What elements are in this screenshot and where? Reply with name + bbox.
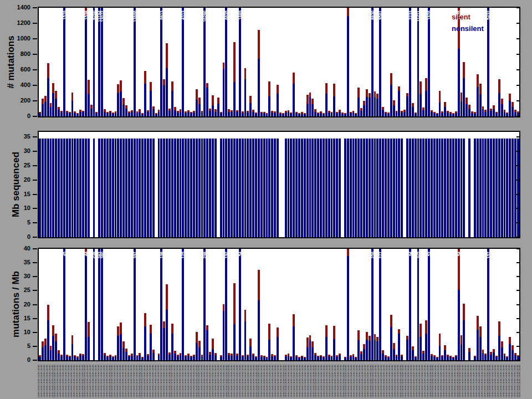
- nonsilent-segment: [431, 356, 433, 360]
- nonsilent-segment: [85, 139, 87, 237]
- y-tick-label: 15: [0, 191, 30, 197]
- sample-id-label: 18101181011810118101181011: [86, 365, 89, 398]
- bar: [293, 249, 295, 360]
- bar: 1826: [428, 8, 430, 116]
- nonsilent-segment: [58, 139, 60, 237]
- y-tick-mark-left: [33, 276, 37, 277]
- nonsilent-segment: [266, 358, 268, 360]
- bar: [163, 132, 165, 237]
- bar: [76, 249, 79, 360]
- nonsilent-segment: [88, 139, 90, 237]
- sample-id-label: 18101181011810118101181011: [313, 365, 315, 398]
- bar: [331, 249, 333, 360]
- bar: [158, 249, 160, 360]
- y-tick-label: 1000: [0, 35, 30, 42]
- bar: [484, 8, 487, 116]
- silent-segment: [198, 341, 201, 347]
- bar: [247, 8, 249, 116]
- bar: [180, 249, 182, 360]
- nonsilent-segment: [317, 114, 319, 116]
- bar: [409, 132, 411, 237]
- nonsilent-segment: [366, 139, 368, 237]
- sample-id-label: 18101181011810118101181011: [424, 365, 426, 398]
- silent-segment: [198, 98, 201, 104]
- nonsilent-segment: [263, 113, 265, 116]
- bar: [120, 249, 122, 360]
- nonsilent-segment: [147, 112, 149, 116]
- y-tick-mark-right: [516, 116, 519, 117]
- y-tick-label: 0: [0, 356, 30, 363]
- sample-id-label: 18101181011810118101181011: [116, 365, 119, 398]
- bar: [252, 8, 254, 116]
- silent-segment: [212, 339, 214, 349]
- bar: [242, 8, 244, 116]
- nonsilent-segment: [134, 8, 136, 116]
- y-tick-mark-left: [33, 332, 37, 333]
- bar: [336, 249, 338, 360]
- nonsilent-segment: [347, 16, 349, 116]
- nonsilent-segment: [487, 249, 489, 360]
- nonsilent-segment: [304, 358, 306, 360]
- bar: [271, 8, 273, 116]
- bar: [88, 249, 90, 360]
- sample-id-label: 18101181011810118101181011: [258, 365, 260, 398]
- nonsilent-segment: [134, 249, 136, 360]
- sample-id-label: 18101181011810118101181011: [514, 365, 516, 398]
- sample-id-label: 18101181011810118101181011: [236, 365, 238, 398]
- bar: [398, 132, 400, 237]
- nonsilent-segment: [347, 139, 349, 237]
- bar: [341, 249, 344, 360]
- bar: [214, 249, 217, 360]
- bar: [39, 8, 41, 116]
- nonsilent-segment: [357, 139, 360, 237]
- sample-id-label: 18101181011810118101181011: [356, 365, 358, 398]
- nonsilent-segment: [393, 105, 395, 116]
- clipped-bar-value-label: 45: [62, 252, 66, 256]
- sample-id-label: 18101181011810118101181011: [377, 365, 380, 398]
- silent-segment: [466, 98, 468, 104]
- nonsilent-segment: [350, 357, 352, 360]
- bar: [55, 132, 57, 237]
- nonsilent-segment: [320, 113, 322, 116]
- bar: [333, 8, 335, 116]
- bar: [85, 132, 87, 237]
- bar: [74, 249, 76, 360]
- bar: [314, 132, 316, 237]
- bar: [323, 132, 325, 237]
- bar: [228, 132, 230, 237]
- nonsilent-segment: [474, 114, 476, 116]
- bar: [415, 249, 417, 360]
- sample-id-label: 18101181011810118101181011: [280, 365, 282, 398]
- y-tick-mark-right: [516, 237, 519, 238]
- sample-id-label: 18101181011810118101181011: [68, 365, 70, 398]
- nonsilent-segment: [417, 8, 420, 116]
- nonsilent-segment: [352, 139, 355, 237]
- bar: [398, 8, 400, 116]
- nonsilent-segment: [144, 326, 146, 360]
- sample-id-label: 18101181011810118101181011: [315, 365, 317, 398]
- nonsilent-segment: [66, 356, 68, 360]
- bar: [47, 249, 49, 360]
- nonsilent-segment: [150, 139, 152, 237]
- silent-segment: [461, 335, 463, 345]
- silent-segment: [150, 82, 152, 90]
- silent-segment: [390, 73, 392, 85]
- nonsilent-segment: [328, 112, 330, 116]
- bar: [76, 8, 79, 116]
- y-tick-label: 25: [0, 162, 30, 168]
- nonsilent-segment: [406, 139, 408, 237]
- y-tick-label: 30: [0, 273, 30, 279]
- nonsilent-segment: [260, 113, 263, 116]
- bar: [387, 249, 390, 360]
- clipped-bar-value-label: 64: [407, 252, 412, 256]
- nonsilent-segment: [190, 357, 192, 360]
- silent-segment: [393, 100, 395, 106]
- bar: [396, 132, 398, 237]
- bar: [471, 249, 473, 360]
- nonsilent-segment: [376, 139, 378, 237]
- nonsilent-segment: [363, 349, 365, 360]
- silent-segment: [166, 284, 168, 310]
- bar: [396, 8, 398, 116]
- bar: [355, 8, 357, 116]
- nonsilent-segment: [379, 139, 381, 237]
